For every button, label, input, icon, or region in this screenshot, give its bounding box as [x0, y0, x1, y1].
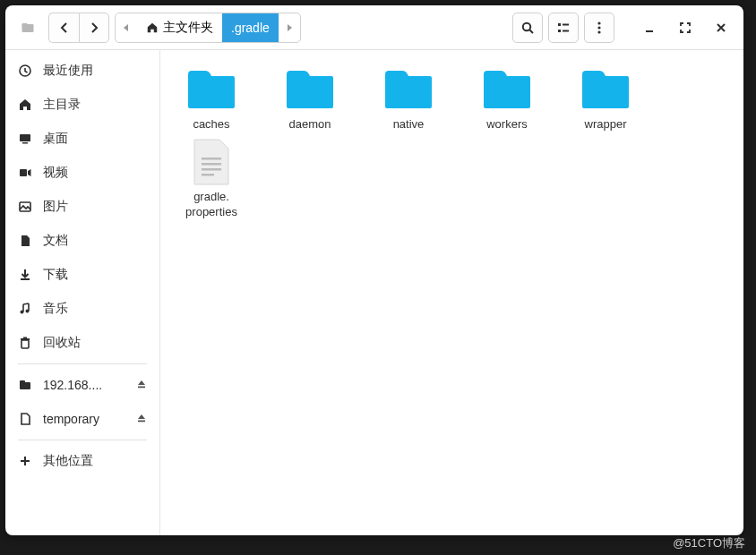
titlebar: 主文件夹 .gradle	[5, 5, 743, 50]
svg-rect-11	[646, 30, 653, 32]
sidebar-item-mount-0[interactable]: 192.168....	[5, 368, 159, 402]
download-icon	[18, 268, 32, 282]
watermark: @51CTO博客	[673, 535, 745, 551]
app-icon[interactable]	[13, 13, 43, 43]
svg-point-10	[597, 30, 600, 33]
svg-rect-35	[202, 174, 214, 176]
forward-button[interactable]	[79, 13, 109, 43]
desktop-icon	[18, 132, 32, 146]
sidebar-item-label: 主目录	[43, 97, 81, 113]
svg-line-3	[530, 30, 534, 33]
home-icon	[18, 98, 32, 112]
maximize-icon	[678, 21, 692, 35]
sidebar-item-places-1[interactable]: 主目录	[5, 88, 159, 122]
svg-point-2	[523, 22, 530, 30]
doc-icon	[18, 234, 32, 248]
path-prev-button[interactable]	[116, 13, 137, 42]
svg-rect-30	[484, 76, 530, 108]
sidebar-item-places-3[interactable]: 视频	[5, 156, 159, 190]
minimize-button[interactable]	[634, 13, 665, 43]
file-item-5[interactable]: gradle.properties	[171, 139, 252, 219]
sidebar-item-label: 下载	[43, 267, 68, 283]
svg-rect-5	[558, 30, 561, 32]
folder-icon	[18, 378, 32, 392]
path-root[interactable]: 主文件夹	[137, 13, 222, 42]
video-icon	[18, 166, 32, 180]
file-item-4[interactable]: wrapper	[565, 66, 646, 132]
svg-rect-6	[563, 23, 569, 25]
list-view-icon	[556, 21, 571, 35]
file-label: wrapper	[585, 117, 627, 132]
folder-app-icon	[21, 21, 35, 35]
close-button[interactable]	[706, 13, 736, 43]
sidebar-item-other-0[interactable]: 其他位置	[5, 444, 159, 478]
view-toggle-button[interactable]	[548, 13, 579, 43]
svg-rect-13	[20, 134, 30, 141]
svg-rect-4	[558, 23, 561, 26]
svg-point-19	[26, 310, 30, 313]
file-icon	[18, 412, 32, 426]
sidebar-item-places-6[interactable]: 下载	[5, 258, 159, 292]
svg-point-9	[597, 26, 600, 29]
file-label: workers	[486, 117, 528, 132]
sidebar-item-places-5[interactable]: 文档	[5, 224, 159, 258]
svg-rect-24	[20, 380, 25, 384]
sidebar-item-label: 桌面	[43, 131, 68, 147]
folder-icon	[284, 67, 336, 112]
minimize-icon	[642, 21, 657, 35]
triangle-left-icon	[122, 23, 131, 32]
folder-icon	[185, 67, 237, 112]
clock-icon	[18, 64, 32, 78]
sidebar: 最近使用主目录桌面视频图片文档下载音乐回收站192.168....tempora…	[5, 50, 160, 535]
file-label: native	[393, 117, 425, 132]
svg-rect-34	[202, 168, 221, 171]
svg-rect-7	[563, 30, 569, 31]
sidebar-item-places-7[interactable]: 音乐	[5, 292, 159, 326]
file-item-3[interactable]: workers	[467, 66, 547, 132]
image-icon	[18, 200, 32, 214]
svg-rect-31	[582, 76, 629, 108]
sidebar-item-label: 音乐	[43, 301, 68, 317]
folder-icon	[382, 67, 434, 112]
file-item-1[interactable]: daemon	[270, 66, 350, 132]
back-button[interactable]	[48, 13, 79, 43]
sidebar-item-label: 图片	[43, 199, 68, 215]
svg-rect-1	[22, 23, 28, 26]
file-label: caches	[193, 117, 229, 132]
file-item-0[interactable]: caches	[171, 66, 252, 132]
sidebar-item-label: 文档	[43, 233, 68, 249]
sidebar-item-places-2[interactable]: 桌面	[5, 122, 159, 156]
sidebar-item-label: 192.168....	[43, 378, 102, 392]
maximize-button[interactable]	[670, 13, 700, 43]
sidebar-item-label: 回收站	[43, 335, 81, 351]
svg-rect-29	[385, 76, 432, 108]
eject-button[interactable]	[136, 378, 147, 392]
path-current[interactable]: .gradle	[222, 13, 279, 42]
menu-button[interactable]	[584, 13, 614, 43]
svg-rect-22	[23, 337, 27, 339]
svg-rect-27	[188, 76, 235, 108]
svg-rect-28	[287, 76, 333, 108]
file-manager-window: 主文件夹 .gradle 最近使用	[5, 5, 743, 535]
svg-point-18	[21, 311, 24, 314]
path-current-label: .gradle	[231, 21, 270, 35]
eject-button[interactable]	[136, 412, 147, 426]
sidebar-item-mount-1[interactable]: temporary	[5, 402, 159, 436]
file-grid[interactable]: cachesdaemonnativeworkerswrappergradle.p…	[160, 50, 743, 535]
forward-icon	[87, 21, 101, 35]
back-icon	[57, 21, 72, 35]
music-icon	[18, 302, 32, 316]
svg-rect-32	[202, 158, 221, 160]
sidebar-item-places-0[interactable]: 最近使用	[5, 54, 159, 88]
triangle-right-icon	[285, 23, 294, 32]
sidebar-item-places-4[interactable]: 图片	[5, 190, 159, 224]
file-item-2[interactable]: native	[368, 66, 449, 132]
svg-rect-17	[21, 278, 30, 280]
svg-rect-33	[202, 163, 221, 166]
sidebar-item-places-8[interactable]: 回收站	[5, 326, 159, 360]
search-button[interactable]	[512, 13, 543, 43]
search-icon	[520, 21, 535, 35]
nav-group	[48, 13, 109, 43]
sidebar-item-label: 视频	[43, 165, 68, 181]
path-next-button[interactable]	[279, 13, 300, 42]
